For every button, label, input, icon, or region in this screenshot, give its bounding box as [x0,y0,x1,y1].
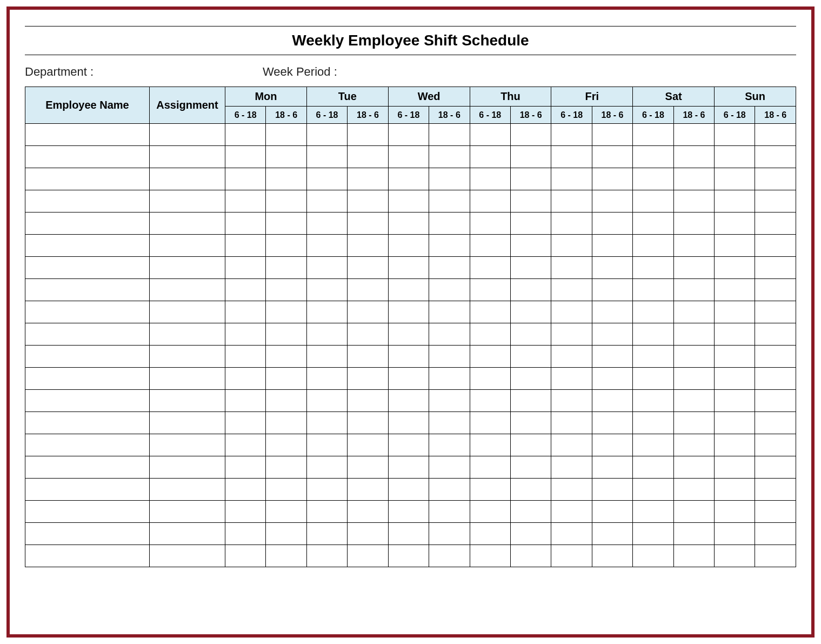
cell-shift [673,412,714,434]
cell-shift [266,146,306,168]
cell-shift [715,501,755,523]
cell-assignment [150,279,225,301]
header-shift: 6 - 18 [633,107,673,124]
cell-shift [388,124,429,146]
cell-shift [715,190,755,213]
cell-shift [429,501,470,523]
cell-shift [633,257,673,279]
cell-shift [470,523,510,545]
cell-shift [429,456,470,479]
cell-employee-name [25,323,150,346]
cell-shift [429,124,470,146]
cell-shift [348,523,388,545]
cell-employee-name [25,146,150,168]
cell-shift [755,301,796,323]
cell-shift [551,257,592,279]
cell-shift [510,412,551,434]
cell-shift [592,279,632,301]
cell-shift [510,124,551,146]
table-row [25,479,796,501]
cell-shift [510,346,551,368]
cell-shift [633,412,673,434]
cell-assignment [150,390,225,412]
cell-assignment [150,412,225,434]
cell-shift [429,368,470,390]
cell-shift [306,168,347,190]
cell-shift [551,279,592,301]
cell-shift [348,213,388,235]
cell-shift [388,323,429,346]
cell-assignment [150,479,225,501]
cell-shift [266,168,306,190]
cell-shift [633,479,673,501]
cell-shift [633,168,673,190]
cell-shift [266,368,306,390]
cell-shift [673,301,714,323]
cell-shift [470,235,510,257]
header-day-sun: Sun [715,87,796,107]
cell-assignment [150,213,225,235]
cell-shift [551,523,592,545]
cell-shift [225,346,266,368]
cell-shift [470,390,510,412]
cell-assignment [150,257,225,279]
cell-shift [225,501,266,523]
cell-shift [429,523,470,545]
cell-shift [715,434,755,456]
table-row [25,434,796,456]
cell-shift [388,235,429,257]
cell-shift [510,523,551,545]
cell-shift [388,479,429,501]
cell-shift [633,545,673,567]
header-employee-name: Employee Name [25,87,150,124]
cell-shift [633,323,673,346]
cell-shift [673,390,714,412]
cell-shift [551,434,592,456]
table-row [25,168,796,190]
cell-shift [266,545,306,567]
cell-shift [470,368,510,390]
cell-shift [673,346,714,368]
cell-shift [592,523,632,545]
table-row [25,456,796,479]
cell-shift [633,346,673,368]
header-shift: 18 - 6 [266,107,306,124]
cell-shift [673,190,714,213]
cell-assignment [150,235,225,257]
header-shift: 18 - 6 [510,107,551,124]
cell-shift [755,434,796,456]
cell-shift [388,213,429,235]
cell-shift [266,456,306,479]
cell-shift [510,434,551,456]
header-day-wed: Wed [388,87,470,107]
cell-shift [592,412,632,434]
cell-shift [225,257,266,279]
cell-shift [673,368,714,390]
cell-shift [551,501,592,523]
cell-assignment [150,146,225,168]
cell-shift [633,146,673,168]
cell-shift [510,213,551,235]
cell-shift [673,501,714,523]
cell-shift [715,412,755,434]
cell-shift [633,124,673,146]
cell-shift [388,523,429,545]
cell-shift [715,301,755,323]
cell-shift [306,456,347,479]
cell-shift [592,479,632,501]
cell-shift [673,434,714,456]
table-row [25,545,796,567]
cell-shift [429,390,470,412]
cell-shift [429,479,470,501]
cell-assignment [150,346,225,368]
cell-shift [715,545,755,567]
cell-shift [755,323,796,346]
cell-shift [470,168,510,190]
cell-shift [673,456,714,479]
cell-shift [266,190,306,213]
cell-shift [470,479,510,501]
cell-shift [633,390,673,412]
cell-shift [388,346,429,368]
cell-shift [388,501,429,523]
cell-shift [306,412,347,434]
